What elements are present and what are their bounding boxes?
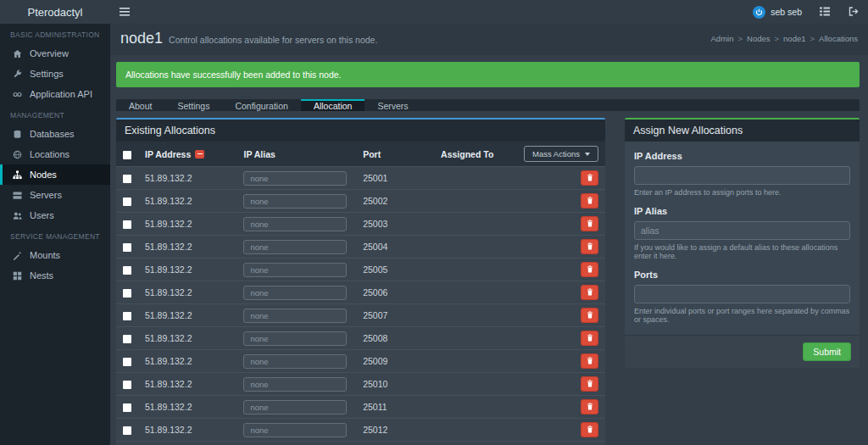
breadcrumb-item-admin[interactable]: Admin — [711, 34, 734, 43]
port-cell: 25008 — [356, 327, 434, 350]
assigned-to-cell — [434, 190, 517, 213]
brand-logo[interactable]: Pterodactyl — [0, 0, 110, 24]
tab-about[interactable]: About — [116, 99, 164, 111]
api-icon — [12, 90, 23, 99]
trash-icon — [587, 311, 593, 320]
sidebar-item-label: Nodes — [30, 170, 57, 180]
trash-icon — [587, 357, 593, 365]
ports-input[interactable] — [634, 285, 850, 303]
trash-icon — [587, 403, 593, 411]
tab-allocation[interactable]: Allocation — [301, 99, 365, 111]
delete-allocation-button[interactable] — [581, 285, 598, 300]
sign-out-icon — [849, 4, 859, 19]
grid-icon — [12, 271, 23, 281]
tab-settings[interactable]: Settings — [164, 99, 222, 111]
sidebar-item-users[interactable]: Users — [0, 205, 110, 225]
sidebar-item-locations[interactable]: Locations — [0, 144, 110, 164]
table-row: 51.89.132.225005 — [116, 259, 605, 281]
sidebar: BASIC ADMINISTRATIONOverviewSettingsAppl… — [0, 24, 110, 445]
port-cell: 25011 — [356, 396, 434, 419]
ip-alias-input[interactable] — [243, 309, 347, 323]
sidebar-item-application-api[interactable]: Application API — [0, 84, 110, 104]
ip-alias-input[interactable] — [243, 217, 347, 231]
sidebar-item-nests[interactable]: Nests — [0, 265, 110, 286]
user-menu[interactable]: seb seb — [744, 0, 810, 24]
sidebar-item-overview[interactable]: Overview — [0, 43, 110, 64]
trash-icon — [587, 426, 593, 434]
table-row: 51.89.132.225011 — [116, 396, 605, 419]
table-row: 51.89.132.225012 — [116, 419, 605, 442]
port-cell: 25010 — [356, 373, 434, 396]
row-checkbox[interactable] — [123, 220, 131, 229]
row-checkbox[interactable] — [123, 312, 131, 320]
assign-allocations-panel: Assign New Allocations IP Address Enter … — [625, 118, 860, 368]
server-icon — [12, 191, 23, 200]
select-all-checkbox[interactable] — [123, 151, 131, 159]
tab-configuration[interactable]: Configuration — [222, 99, 300, 111]
logout-button[interactable] — [839, 0, 868, 24]
delete-allocation-button[interactable] — [581, 170, 598, 186]
sidebar-toggle-button[interactable] — [110, 0, 139, 24]
ip-alias-input[interactable] — [243, 331, 347, 346]
mass-actions-label: Mass Actions — [532, 149, 580, 159]
ip-alias-input[interactable] — [243, 171, 347, 186]
server-list-button[interactable] — [810, 0, 839, 24]
port-cell: 25005 — [356, 259, 434, 281]
breadcrumb-item-node1[interactable]: node1 — [783, 34, 805, 43]
row-checkbox[interactable] — [123, 358, 131, 366]
delete-allocation-button[interactable] — [581, 331, 598, 346]
delete-allocation-button[interactable] — [581, 353, 598, 369]
delete-allocation-button[interactable] — [581, 399, 598, 414]
sidebar-item-mounts[interactable]: Mounts — [0, 245, 110, 265]
delete-allocation-button[interactable] — [581, 376, 598, 392]
main-content: node1Control allocations available for s… — [110, 24, 868, 445]
magic-wand-icon — [12, 251, 23, 260]
ip-address-cell: 51.89.132.2 — [138, 281, 236, 304]
tab-servers[interactable]: Servers — [364, 99, 420, 111]
column-header-port: Port — [356, 142, 434, 167]
row-checkbox[interactable] — [123, 335, 131, 343]
sidebar-section-label: MANAGEMENT — [0, 104, 110, 124]
sidebar-item-databases[interactable]: Databases — [0, 124, 110, 144]
row-checkbox[interactable] — [123, 381, 131, 389]
table-row: 51.89.132.225008 — [116, 327, 605, 350]
delete-allocation-button[interactable] — [581, 216, 598, 231]
hamburger-icon — [120, 4, 130, 19]
table-row: 51.89.132.225006 — [116, 281, 605, 304]
delete-allocation-button[interactable] — [581, 308, 598, 323]
assigned-to-cell — [434, 281, 517, 304]
delete-allocation-button[interactable] — [581, 193, 598, 209]
ip-alias-input[interactable] — [243, 194, 347, 209]
ip-alias-input[interactable] — [243, 263, 347, 277]
ip-alias-input[interactable] — [243, 377, 347, 392]
ip-alias-input[interactable] — [243, 240, 347, 254]
row-checkbox[interactable] — [123, 266, 131, 275]
delete-allocation-button[interactable] — [581, 239, 598, 254]
row-checkbox[interactable] — [123, 175, 131, 183]
row-checkbox[interactable] — [123, 426, 131, 435]
row-checkbox[interactable] — [123, 403, 131, 412]
ip-address-input[interactable] — [634, 166, 850, 185]
row-checkbox[interactable] — [123, 197, 131, 206]
ip-alias-input[interactable] — [243, 286, 347, 300]
ip-alias-form-input[interactable] — [634, 221, 850, 240]
submit-button[interactable]: Submit — [803, 342, 851, 361]
assigned-to-cell — [434, 304, 517, 327]
ip-address-cell: 51.89.132.2 — [138, 167, 236, 190]
existing-allocations-title: Existing Allocations — [116, 120, 605, 142]
sidebar-item-servers[interactable]: Servers — [0, 185, 110, 205]
delete-allocation-button[interactable] — [581, 422, 598, 437]
sidebar-item-nodes[interactable]: Nodes — [0, 164, 110, 185]
mass-actions-button[interactable]: Mass Actions — [524, 146, 598, 162]
row-checkbox[interactable] — [123, 289, 131, 298]
ip-alias-input[interactable] — [243, 400, 347, 414]
breadcrumb-item-nodes[interactable]: Nodes — [747, 34, 770, 43]
ip-alias-input[interactable] — [243, 423, 347, 437]
assigned-to-cell — [434, 373, 517, 396]
sidebar-item-settings[interactable]: Settings — [0, 64, 110, 84]
remove-ip-icon[interactable] — [195, 150, 204, 159]
ip-alias-input[interactable] — [243, 354, 347, 369]
delete-allocation-button[interactable] — [581, 262, 598, 277]
column-header-assigned-to: Assigned To — [434, 142, 517, 167]
row-checkbox[interactable] — [123, 243, 131, 252]
